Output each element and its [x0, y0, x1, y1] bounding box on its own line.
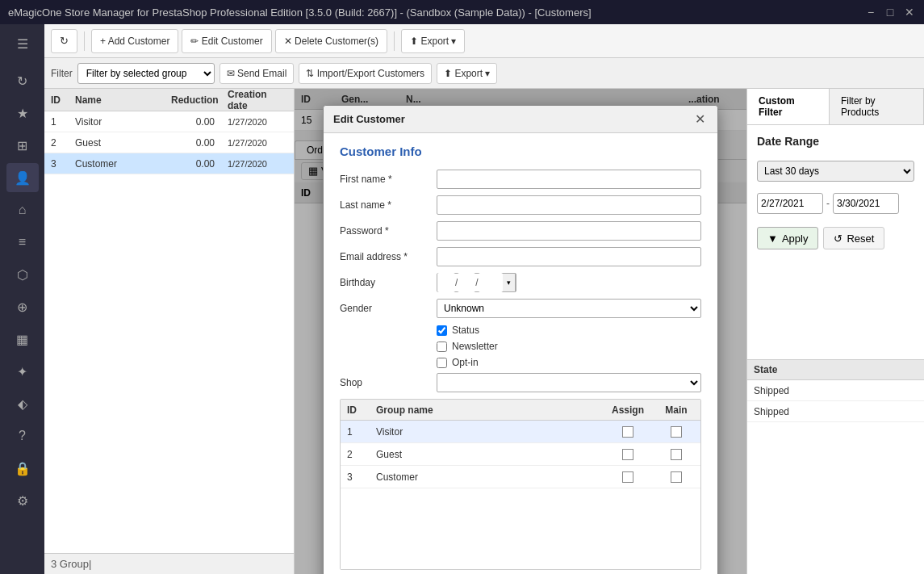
group-main-checkbox[interactable]: [671, 471, 682, 483]
row-id: 2: [44, 137, 69, 149]
sidebar-item-dashboard[interactable]: ⊞: [6, 131, 39, 160]
state-value: Shipped: [747, 406, 796, 417]
group-name: Customer: [370, 471, 604, 483]
sidebar-item-settings[interactable]: ⚙: [6, 486, 39, 515]
apply-button[interactable]: ▼ Apply: [757, 227, 818, 249]
group-filter-select[interactable]: Filter by selected group: [77, 63, 215, 84]
group-assign-checkbox[interactable]: [622, 426, 633, 438]
groups-table: ID Group name Assign Main 1 Visitor: [340, 399, 701, 570]
password-input[interactable]: [437, 221, 701, 241]
email-row: Email address *: [340, 247, 701, 266]
status-checkbox[interactable]: [437, 325, 447, 336]
status-label: Status: [452, 325, 479, 336]
dialog-close-button[interactable]: ✕: [692, 111, 708, 128]
sidebar-item-hamburger[interactable]: ☰: [6, 29, 39, 58]
email-input[interactable]: [437, 247, 701, 266]
filter-export-button[interactable]: ⬆ Export ▾: [437, 63, 497, 84]
row-date: 1/27/2020: [221, 117, 294, 127]
group-id: 1: [341, 426, 370, 438]
reset-button[interactable]: ↺ Reset: [823, 227, 884, 249]
sidebar-item-customers[interactable]: 👤: [6, 163, 39, 192]
groups-row[interactable]: 1 Visitor: [341, 421, 700, 443]
sidebar-item-help[interactable]: ?: [6, 421, 39, 450]
date-from-input[interactable]: [757, 193, 823, 214]
sidebar-item-catalog[interactable]: ⊕: [6, 292, 39, 321]
group-main-cell: [652, 449, 700, 460]
sidebar-item-security[interactable]: 🔒: [6, 454, 39, 483]
birthday-month[interactable]: [437, 273, 455, 292]
filter-icon: ▼: [767, 233, 778, 245]
row-id: 3: [44, 158, 69, 170]
table-row[interactable]: 2 Guest 0.00 1/27/2020: [44, 132, 294, 153]
group-main-checkbox[interactable]: [671, 426, 682, 438]
state-section: State Shipped Shipped: [747, 359, 924, 574]
birthday-dropdown-button[interactable]: ▾: [503, 273, 516, 292]
optin-checkbox[interactable]: [437, 358, 447, 368]
groups-row[interactable]: 3 Customer: [341, 466, 700, 488]
group-assign-checkbox[interactable]: [622, 471, 633, 483]
groups-row[interactable]: 2 Guest: [341, 443, 700, 466]
sidebar: ☰ ↻ ★ ⊞ 👤 ⌂ ≡ ⬡ ⊕ ▦ ✦ ⬖ ? 🔒 ⚙: [0, 24, 44, 574]
col-name: Name: [69, 94, 165, 106]
group-main-checkbox[interactable]: [671, 449, 682, 460]
table-row[interactable]: 1 Visitor 0.00 1/27/2020: [44, 111, 294, 132]
send-email-button[interactable]: ✉ Send Email: [220, 63, 295, 84]
newsletter-label: Newsletter: [452, 341, 498, 352]
group-assign-cell: [604, 449, 652, 460]
date-to-input[interactable]: [833, 193, 899, 214]
date-range-row: -: [757, 193, 914, 214]
dialog-section-title: Customer Info: [340, 145, 701, 158]
reset-icon: ↺: [834, 233, 842, 245]
sidebar-item-favorites[interactable]: ★: [6, 98, 39, 128]
group-assign-checkbox[interactable]: [622, 449, 633, 460]
state-row: Shipped: [747, 380, 924, 401]
sidebar-item-refresh[interactable]: ↻: [6, 66, 39, 95]
sidebar-item-reports[interactable]: ▦: [6, 325, 39, 354]
dialog-title: Edit Customer: [333, 113, 405, 125]
import-export-button[interactable]: ⇅ Import/Export Customers: [299, 63, 432, 84]
sidebar-item-orders[interactable]: ≡: [6, 228, 39, 257]
close-button[interactable]: ✕: [903, 6, 916, 19]
last-name-input[interactable]: [437, 195, 701, 215]
edit-customer-button[interactable]: ✏ Edit Customer: [182, 29, 271, 53]
date-range-select[interactable]: Last 30 days: [757, 161, 914, 182]
state-table-header: State: [747, 359, 924, 380]
dialog-title-bar: Edit Customer ✕: [324, 106, 717, 133]
password-row: Password *: [340, 221, 701, 241]
first-name-input[interactable]: [437, 170, 701, 189]
sidebar-item-shipping[interactable]: ⬡: [6, 260, 39, 289]
birthday-year[interactable]: [479, 273, 503, 292]
group-assign-cell: [604, 426, 652, 438]
groups-table-body: 1 Visitor 0.00 1/27/2020 2 Guest 0.00 1/…: [44, 111, 294, 174]
row-reduction: 0.00: [165, 116, 221, 128]
delete-customer-button[interactable]: ✕ Delete Customer(s): [275, 29, 387, 53]
minimize-button[interactable]: −: [864, 6, 877, 19]
sidebar-item-home[interactable]: ⌂: [6, 195, 39, 224]
birthday-day[interactable]: [458, 273, 475, 292]
tab-filter-products[interactable]: Filter by Products: [830, 89, 924, 124]
optin-label: Opt-in: [452, 357, 479, 368]
refresh-button[interactable]: ↻: [51, 29, 77, 53]
gender-select[interactable]: UnknownMaleFemale: [437, 299, 701, 318]
sidebar-item-export[interactable]: ⬖: [6, 389, 39, 418]
tab-custom-filter[interactable]: Custom Filter: [747, 89, 830, 124]
groups-table-header: ID Name Reduction Creation date: [44, 89, 294, 111]
email-label: Email address *: [340, 251, 437, 262]
groups-col-name: Group name: [370, 404, 604, 416]
maximize-button[interactable]: □: [884, 6, 897, 19]
col-reduction: Reduction: [165, 94, 221, 106]
group-main-cell: [652, 426, 700, 438]
export-button[interactable]: ⬆ Export ▾: [401, 29, 465, 53]
shop-label: Shop: [340, 377, 437, 388]
table-row[interactable]: 3 Customer 0.00 1/27/2020: [44, 153, 294, 174]
password-label: Password *: [340, 225, 437, 237]
add-customer-button[interactable]: + Add Customer: [91, 29, 178, 53]
shop-select[interactable]: [437, 373, 701, 392]
sidebar-item-modules[interactable]: ✦: [6, 357, 39, 386]
group-assign-cell: [604, 471, 652, 483]
row-name: Visitor: [69, 116, 165, 128]
groups-table-header: ID Group name Assign Main: [341, 400, 700, 421]
newsletter-checkbox[interactable]: [437, 341, 447, 352]
group-name: Guest: [370, 449, 604, 460]
state-value: Shipped: [747, 385, 796, 396]
